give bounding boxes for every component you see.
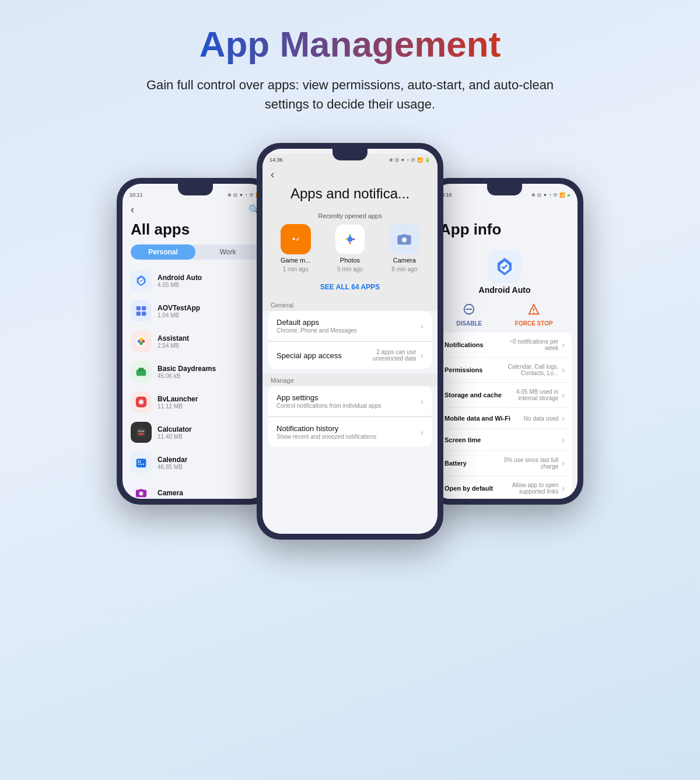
recent-apps-row: Game m... 1 min ago Photos 5 min ago Cam… xyxy=(262,224,438,278)
settings-icon-c: ✦ xyxy=(401,158,405,163)
back-button-left[interactable]: ‹ xyxy=(131,204,134,216)
svg-text:31: 31 xyxy=(138,460,141,463)
back-button-center[interactable]: ‹ xyxy=(271,169,274,181)
battery-label: Battery xyxy=(444,460,497,467)
app-info-aov: AOVTestApp 1.04 MB xyxy=(158,304,260,319)
app-info-calculator: Calculator 11.40 MB xyxy=(158,425,260,440)
app-icon-assistant xyxy=(131,331,152,352)
recent-app-time: 5 min ago xyxy=(337,266,363,272)
svg-rect-13 xyxy=(137,428,146,437)
svg-point-14 xyxy=(138,431,140,432)
chevron-icon: › xyxy=(421,351,424,360)
notification-history-item[interactable]: Notification history Show recent and sno… xyxy=(268,417,432,447)
sim-icon-c: ⊡ xyxy=(395,158,399,163)
app-settings-info: App settings Control notifications from … xyxy=(276,393,416,409)
storage-row[interactable]: Storage and cache 4.05 MB used in intern… xyxy=(438,383,572,408)
upload-icon-r: ↑ xyxy=(549,193,551,198)
mobile-data-value: No data used xyxy=(510,415,562,422)
battery-icon-r: ▰ xyxy=(567,193,570,198)
list-item[interactable]: AOVTestApp 1.04 MB xyxy=(123,296,268,326)
recent-app-game[interactable]: Game m... 1 min ago xyxy=(281,224,311,272)
chevron-icon: › xyxy=(562,435,565,445)
phone-left: 10:11 ✲ ⊡ ✦ ↑ ⏱ 📶 ‹ 🔍 All apps Persona xyxy=(117,178,274,505)
force-stop-button[interactable]: FORCE STOP xyxy=(515,303,553,327)
app-info-icon-area: Android Auto xyxy=(432,244,578,298)
chevron-icon: › xyxy=(421,397,424,406)
notch-left xyxy=(178,184,213,195)
app-info-android-auto: Android Auto 4.05 MB xyxy=(158,274,260,288)
disable-button[interactable]: DISABLE xyxy=(456,303,482,327)
app-settings-item[interactable]: App settings Control notifications from … xyxy=(268,386,432,417)
storage-label: Storage and cache xyxy=(444,391,502,398)
app-info-title: App info xyxy=(432,218,578,244)
list-item[interactable]: BvLauncher 11.12 MB xyxy=(123,387,268,417)
list-item[interactable]: Android Auto 4.05 MB xyxy=(123,265,268,296)
app-name: Calculator xyxy=(158,425,260,433)
recent-app-camera[interactable]: Camera 8 min ago xyxy=(389,224,419,272)
app-size: 4.05 MB xyxy=(158,282,260,288)
sim-icon-r: ⊡ xyxy=(537,193,541,198)
recent-app-photos[interactable]: Photos 5 min ago xyxy=(335,224,365,272)
phone-right-screen: 10:16 ✲ ⊡ ✦ ↑ ⏱ 📶 ▰ ‹ App info xyxy=(432,184,578,499)
special-app-access-item[interactable]: Special app access 2 apps can useunrestr… xyxy=(268,342,432,369)
app-info-header: ‹ xyxy=(432,199,578,218)
bluetooth-icon: ✲ xyxy=(228,193,232,198)
svg-rect-35 xyxy=(402,235,407,237)
battery-icon-c: 🔋 xyxy=(425,158,430,163)
notification-history-title: Notification history xyxy=(276,424,416,433)
app-name: BvLauncher xyxy=(158,395,260,403)
storage-value: 4.05 MB used in internal storage xyxy=(502,389,562,401)
status-time-left: 10:11 xyxy=(130,192,143,198)
chevron-icon: › xyxy=(562,459,565,468)
svg-point-30 xyxy=(296,239,298,240)
page-subtitle: Gain full control over apps: view permis… xyxy=(128,75,572,114)
app-info-app-name: Android Auto xyxy=(479,285,531,295)
phone-right: 10:16 ✲ ⊡ ✦ ↑ ⏱ 📶 ▰ ‹ App info xyxy=(426,178,583,505)
notifications-row[interactable]: Notifications ~0 notifications per week … xyxy=(438,333,572,358)
default-apps-item[interactable]: Default apps Chrome, Phone and Messages … xyxy=(268,311,432,341)
alarm-icon-left: ⏱ xyxy=(249,193,254,198)
battery-row[interactable]: Battery 0% use since last full charge › xyxy=(438,451,572,476)
recently-opened-label: Recently opened apps xyxy=(262,209,438,224)
svg-rect-3 xyxy=(142,312,146,316)
tab-work[interactable]: Work xyxy=(195,244,260,260)
svg-point-12 xyxy=(139,400,143,404)
alarm-icon-c: ⏱ xyxy=(411,158,415,163)
permissions-row[interactable]: Permissions Calendar, Call logs, Contact… xyxy=(438,358,572,383)
mobile-data-row[interactable]: Mobile data and Wi-Fi No data used › xyxy=(438,408,572,429)
bluetooth-icon-r: ✲ xyxy=(531,193,536,198)
app-name: Android Auto xyxy=(158,274,260,282)
list-item[interactable]: Basic Daydreams 45.06 kB xyxy=(123,356,268,387)
app-icon-calculator xyxy=(131,422,152,443)
list-item[interactable]: Camera xyxy=(123,478,268,499)
list-item[interactable]: Calculator 11.40 MB xyxy=(123,417,268,447)
open-by-default-row[interactable]: Open by default Allow app to open suppor… xyxy=(438,476,572,499)
svg-rect-10 xyxy=(138,368,144,372)
notification-history-info: Notification history Show recent and sno… xyxy=(276,424,416,440)
mobile-data-label: Mobile data and Wi-Fi xyxy=(444,415,510,422)
wifi-icon-r: 📶 xyxy=(559,193,565,198)
app-info-camera: Camera xyxy=(158,489,260,497)
special-app-title: Special app access xyxy=(276,351,368,360)
page-title: App Management xyxy=(200,23,501,65)
tab-personal[interactable]: Personal xyxy=(131,244,195,260)
see-all-apps-button[interactable]: SEE ALL 64 APPS xyxy=(262,278,438,298)
screen-time-row[interactable]: Screen time › xyxy=(438,429,572,451)
status-time-center: 14:36 xyxy=(270,157,283,163)
svg-point-16 xyxy=(142,431,144,432)
list-item[interactable]: Assistant 2.54 MB xyxy=(123,326,268,356)
special-app-info: Special app access xyxy=(276,351,368,360)
list-item[interactable]: 31 Calendar 46.85 MB xyxy=(123,447,268,478)
phone-center: 14:36 ✲ ⊡ ✦ ↑ ⏱ 📶 🔋 ‹ Apps and notifica.… xyxy=(257,143,443,540)
status-icons-right: ✲ ⊡ ✦ ↑ ⏱ 📶 ▰ xyxy=(531,193,570,198)
force-stop-label: FORCE STOP xyxy=(515,320,553,327)
app-settings-desc: Control notifications from individual ap… xyxy=(276,403,416,409)
recent-app-icon-game xyxy=(281,224,311,254)
general-settings-card: Default apps Chrome, Phone and Messages … xyxy=(268,311,432,369)
app-icon-bvlauncher xyxy=(131,391,152,412)
screen-time-label: Screen time xyxy=(444,436,497,443)
app-name: Calendar xyxy=(158,456,260,464)
svg-point-15 xyxy=(141,431,142,432)
phone-left-screen: 10:11 ✲ ⊡ ✦ ↑ ⏱ 📶 ‹ 🔍 All apps Persona xyxy=(123,184,268,499)
svg-rect-17 xyxy=(138,433,144,435)
